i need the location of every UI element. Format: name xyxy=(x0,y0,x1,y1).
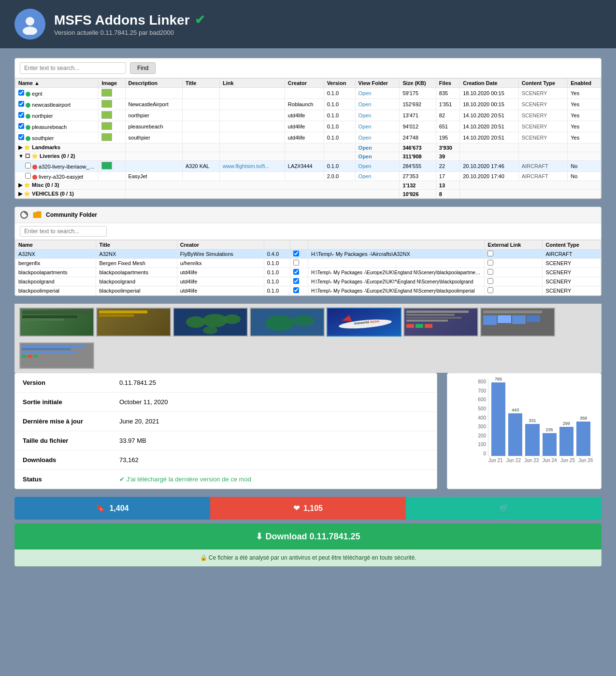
col-version[interactable]: Version xyxy=(324,79,355,88)
row-checkbox[interactable] xyxy=(25,173,31,179)
release-value: October 11, 2020 xyxy=(112,393,437,412)
cell-version: 0.4.0 xyxy=(264,250,290,259)
row-checkbox[interactable] xyxy=(18,112,24,118)
row-checkbox[interactable] xyxy=(293,287,299,293)
cell-empty xyxy=(460,190,601,198)
bar-jun21 xyxy=(491,382,505,456)
col-title[interactable]: Title xyxy=(182,79,219,88)
extlink-checkbox[interactable] xyxy=(487,269,493,275)
like-button[interactable]: ❤ 1,105 xyxy=(210,497,406,520)
cell-link[interactable]: www.flightsim.to/fi... xyxy=(219,161,285,172)
community-search-input[interactable] xyxy=(20,226,107,237)
cell-desc: northpier xyxy=(125,110,182,121)
info-section: Version 0.11.7841.25 Sortie initiale Oct… xyxy=(14,373,602,489)
cell-viewfolder[interactable]: Open xyxy=(355,132,400,143)
cell-creator xyxy=(285,172,324,181)
map-thumb-2 xyxy=(251,309,325,337)
col-creator[interactable]: Creator xyxy=(285,79,324,88)
refresh-icon xyxy=(20,211,29,219)
thumbnail-1[interactable] xyxy=(19,308,94,337)
col-link[interactable]: Link xyxy=(219,79,285,88)
fm-search-input[interactable] xyxy=(20,62,126,74)
cell-image xyxy=(99,88,125,99)
folder-row-vehicles[interactable]: ▶ ⭐ VEHICLES (0 / 1) 10'926 8 xyxy=(15,190,601,198)
cell-extlink xyxy=(485,286,543,296)
col-files[interactable]: Files xyxy=(436,79,459,88)
cell-image xyxy=(99,110,125,121)
col-path[interactable] xyxy=(308,240,484,250)
cell-enabled: Yes xyxy=(568,88,601,99)
cell-viewfolder[interactable]: Open xyxy=(355,161,400,172)
cell-files: 195 xyxy=(436,132,459,143)
cell-empty xyxy=(125,190,400,198)
release-label: Sortie initiale xyxy=(15,393,112,412)
bar-jun23 xyxy=(525,424,539,456)
cell-viewfolder[interactable]: Open xyxy=(355,121,400,132)
download-button[interactable]: ⬇ Download 0.11.7841.25 xyxy=(14,523,602,549)
bookmark-button[interactable]: 🔖 1,404 xyxy=(14,497,210,520)
cell-date: 20.10.2020 17:46 xyxy=(460,161,518,172)
col-extlink[interactable]: External Link xyxy=(485,240,543,250)
col-size[interactable]: Size (KB) xyxy=(400,79,436,88)
col-title[interactable]: Title xyxy=(96,240,177,250)
community-table-row: blackpoolgrand blackpoolgrand utd4life 0… xyxy=(15,277,601,286)
y-label-200: 200 xyxy=(473,433,486,438)
cell-title xyxy=(182,172,219,181)
col-desc[interactable]: Description xyxy=(125,79,182,88)
folder-row-liveries[interactable]: ▼ ☐ ⭐ Liveries (0 / 2) Open 311'908 39 xyxy=(15,152,601,161)
row-checkbox[interactable] xyxy=(18,123,24,129)
cart-button[interactable]: 🛒 xyxy=(406,497,602,520)
col-viewfolder[interactable]: View Folder xyxy=(355,79,400,88)
bookmark-count: 1,404 xyxy=(109,504,129,513)
y-label-600: 600 xyxy=(473,397,486,402)
extlink-checkbox[interactable] xyxy=(487,260,493,266)
col-type[interactable]: Content Type xyxy=(518,79,568,88)
folder-row-misc[interactable]: ▶ ⭐ Misc (0 / 3) 1'132 13 xyxy=(15,181,601,190)
cell-viewfolder[interactable]: Open xyxy=(355,172,400,181)
extlink-checkbox[interactable] xyxy=(487,278,493,284)
cell-name: blackpoolimperial xyxy=(15,286,96,296)
col-name[interactable]: Name ▲ xyxy=(15,79,99,88)
col-creator[interactable]: Creator xyxy=(177,240,264,250)
cell-viewfolder[interactable]: Open xyxy=(355,110,400,121)
cell-name: blackpoolgrand xyxy=(15,277,96,286)
row-checkbox[interactable] xyxy=(293,269,299,275)
row-checkbox[interactable] xyxy=(25,163,31,169)
row-checkbox[interactable] xyxy=(293,278,299,284)
thumbnails-strip: oneworld IBERIA xyxy=(14,304,602,340)
thumbnail-6[interactable] xyxy=(403,308,478,337)
row-checkbox[interactable] xyxy=(293,251,299,256)
cell-viewfolder[interactable]: Open xyxy=(355,99,400,110)
col-image[interactable]: Image xyxy=(99,79,125,88)
cell-viewfolder[interactable]: Open xyxy=(355,88,400,99)
col-check[interactable] xyxy=(290,240,308,250)
col-date[interactable]: Creation Date xyxy=(460,79,518,88)
folder-row-landmarks[interactable]: ▶ ⭐ Landmarks Open 346'673 3'930 xyxy=(15,143,601,152)
y-label-400: 400 xyxy=(473,415,486,421)
cell-viewfolder[interactable]: Open xyxy=(355,152,400,161)
row-checkbox[interactable] xyxy=(18,101,24,107)
cell-name: pleasurebeach xyxy=(15,121,99,132)
version-label: Version xyxy=(15,373,112,393)
extlink-checkbox[interactable] xyxy=(487,251,493,256)
col-type[interactable]: Content Type xyxy=(543,240,601,250)
row-checkbox[interactable] xyxy=(293,260,299,266)
extlink-checkbox[interactable] xyxy=(487,287,493,293)
row-checkbox[interactable] xyxy=(18,90,24,96)
col-name[interactable]: Name xyxy=(15,240,96,250)
thumbnail-2[interactable] xyxy=(96,308,171,337)
cell-viewfolder[interactable]: Open xyxy=(355,143,400,152)
thumbnails-strip-2 xyxy=(14,340,602,373)
thumbnail-small-1[interactable] xyxy=(19,342,94,369)
thumbnail-3[interactable] xyxy=(173,308,248,337)
thumbnail-4[interactable] xyxy=(250,308,325,337)
fm-find-button[interactable]: Find xyxy=(130,62,156,74)
cell-type: SCENERY xyxy=(518,110,568,121)
row-checkbox[interactable] xyxy=(18,134,24,140)
image-thumb xyxy=(101,100,112,108)
cell-files: 651 xyxy=(436,121,459,132)
col-version[interactable] xyxy=(264,240,290,250)
thumbnail-7[interactable] xyxy=(480,308,555,337)
col-enabled[interactable]: Enabled xyxy=(568,79,601,88)
thumbnail-5-active[interactable]: oneworld IBERIA xyxy=(327,308,401,337)
